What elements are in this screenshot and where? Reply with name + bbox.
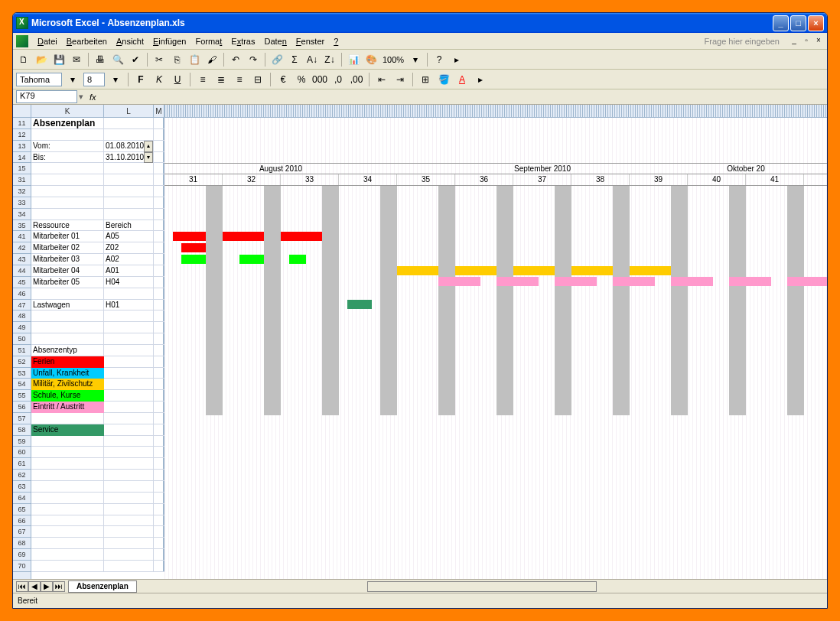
row-header-51[interactable]: 51 [13,345,31,356]
gantt-bar[interactable] [181,243,207,252]
cell[interactable] [104,379,154,389]
col-header-K[interactable]: K [31,105,104,117]
col-header-L[interactable]: L [104,105,154,117]
cell[interactable]: Mitarbeiter 03 [31,254,104,265]
cell[interactable] [31,561,104,571]
row-header-58[interactable]: 58 [13,424,31,436]
cell[interactable]: 31.10.2010▼ [104,152,154,163]
cell[interactable] [31,504,104,515]
workbook-icon[interactable] [16,35,28,47]
cell[interactable] [104,186,154,197]
cell[interactable] [104,322,154,333]
row-header-49[interactable]: 49 [13,322,31,333]
cell[interactable] [104,174,154,185]
cell[interactable]: Mitarbeiter 05 [31,277,104,288]
cell[interactable] [31,470,104,480]
row-header-45[interactable]: 45 [13,277,31,288]
sort-asc-icon[interactable]: A↓ [304,52,320,67]
horizontal-scrollbar[interactable] [367,581,597,592]
cell[interactable] [104,538,154,548]
cell[interactable] [104,129,154,140]
autosum-icon[interactable]: Σ [287,52,302,67]
row-headers[interactable]: 1112131415313233343541424344454647484950… [13,118,31,579]
fx-label[interactable]: fx [90,93,96,102]
gantt-bar[interactable] [571,266,613,275]
row-header-48[interactable]: 48 [13,310,31,322]
spreadsheet-grid[interactable]: K L M 1112131415313233343541424344454647… [13,105,827,579]
row-header-65[interactable]: 65 [13,504,31,515]
merge-icon[interactable]: ⊟ [250,72,265,87]
tab-next-icon[interactable]: ▶ [41,581,53,592]
row-header-41[interactable]: 41 [13,231,31,242]
sheet-tab[interactable]: Absenzenplan [68,580,137,593]
col-headers-narrow[interactable] [164,105,827,117]
cell[interactable] [31,174,104,185]
row-header-46[interactable]: 46 [13,288,31,300]
row-header-59[interactable]: 59 [13,436,31,447]
row-header-60[interactable]: 60 [13,447,31,458]
cell[interactable]: Ressource [31,220,104,231]
cell[interactable]: H04 [104,277,154,288]
menu-fenster[interactable]: Fenster [291,35,329,47]
gantt-bar[interactable] [513,266,555,275]
cell[interactable] [104,515,154,526]
cell[interactable]: Mitarbeiter 01 [31,231,104,242]
cell[interactable] [31,129,104,140]
menu-extras[interactable]: Extras [226,35,259,47]
gantt-bar[interactable] [173,232,206,241]
row-header-42[interactable]: 42 [13,242,31,254]
cell[interactable]: Schule, Kurse [31,390,104,401]
row-header-66[interactable]: 66 [13,515,31,527]
cell[interactable] [31,436,104,447]
cell[interactable] [31,538,104,548]
tab-prev-icon[interactable]: ◀ [28,581,41,592]
menu-datei[interactable]: Datei [33,35,62,47]
cell[interactable] [31,493,104,503]
cell[interactable]: Absenzentyp [31,345,104,356]
row-header-69[interactable]: 69 [13,549,31,561]
tab-first-icon[interactable]: ⏮ [16,581,28,592]
wb-restore[interactable]: ▫ [801,36,812,47]
gantt-bar[interactable] [223,232,264,241]
cell[interactable] [104,368,154,379]
undo-icon[interactable]: ↶ [228,52,243,67]
cell[interactable] [31,310,104,321]
maximize-button[interactable]: □ [790,15,806,31]
spellcheck-icon[interactable]: ✔ [128,52,143,67]
row-header-11[interactable]: 11 [13,118,31,129]
cell[interactable] [31,549,104,560]
toolbar-expand-icon[interactable]: ▸ [449,52,464,67]
cell[interactable] [104,481,154,492]
cell[interactable] [104,197,154,208]
wb-close[interactable]: × [813,36,824,47]
cell[interactable] [104,413,154,424]
hyperlink-icon[interactable]: 🔗 [269,52,285,67]
cell[interactable] [104,402,154,412]
row-header-43[interactable]: 43 [13,254,31,265]
cell[interactable] [31,288,104,299]
font-color-icon[interactable]: A [454,72,470,87]
row-header-61[interactable]: 61 [13,458,31,470]
open-icon[interactable]: 📂 [34,52,49,67]
cell[interactable] [104,163,154,174]
cell[interactable] [104,561,154,571]
cell[interactable]: Mitarbeiter 04 [31,265,104,276]
row-header-31[interactable]: 31 [13,174,31,186]
row-header-47[interactable]: 47 [13,300,31,311]
print-icon[interactable]: 🖶 [93,52,108,67]
row-header-70[interactable]: 70 [13,561,31,572]
font-select[interactable]: Tahoma [16,73,62,86]
gantt-bar[interactable] [289,255,306,264]
cell[interactable] [31,515,104,526]
cell[interactable] [31,197,104,208]
bold-button[interactable]: F [133,72,148,87]
align-left-icon[interactable]: ≡ [195,72,210,87]
row-header-44[interactable]: 44 [13,265,31,277]
new-icon[interactable]: 🗋 [16,52,31,67]
copy-icon[interactable]: ⎘ [169,52,184,67]
indent-dec-icon[interactable]: ⇤ [374,72,389,87]
cell[interactable]: A02 [104,254,154,265]
gantt-bar[interactable] [438,277,480,286]
menu-ansicht[interactable]: Ansicht [112,35,148,47]
wb-minimize[interactable]: _ [789,36,799,47]
